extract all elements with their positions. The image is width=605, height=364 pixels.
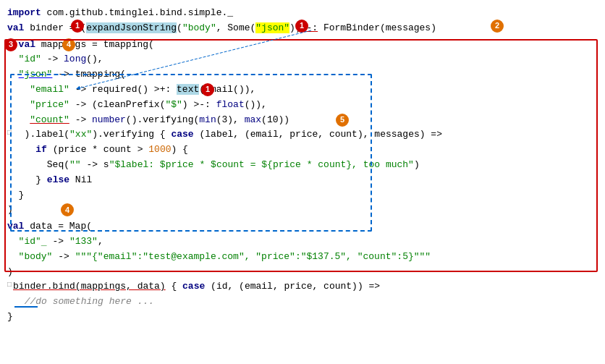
line-10: □ if (price * count > 1000) { <box>7 143 598 158</box>
badge-4-bottom: 4 <box>61 203 74 216</box>
line-5-content: "json" -> tmapping( <box>7 67 126 82</box>
line-8-content: "count" -> number().verifying(min(3), ma… <box>7 113 289 128</box>
line-20-content: //do something here ... <box>13 295 154 310</box>
line-21-content: } <box>7 310 13 325</box>
line-4: "id" -> long(), <box>7 52 598 67</box>
line-13: } <box>7 188 598 203</box>
line-8: 5 "count" -> number().verifying(min(3), … <box>7 113 598 128</box>
line-12: □ } else Nil <box>7 173 598 188</box>
badge-5: 5 <box>336 114 349 127</box>
line-3: 3 4 val mappings = tmapping( <box>7 38 598 53</box>
line-17-content: "body" -> """{"email":"test@example.com"… <box>7 250 431 265</box>
line-4-content: "id" -> long(), <box>7 52 103 67</box>
line-17: "body" -> """{"email":"test@example.com"… <box>7 250 598 265</box>
line-1-content: import com.github.tminglei.bind.simple._ <box>7 6 233 21</box>
line-2-content: val binder = (expandJsonString("body", S… <box>7 21 436 36</box>
code-area: import com.github.tminglei.bind.simple._… <box>0 0 605 331</box>
line-6: 1 "email" -> required() >+: text(email()… <box>7 82 598 98</box>
line-16: "id"̲ -> "133", <box>7 234 598 250</box>
line-21: } <box>7 310 598 325</box>
line-13-content: } <box>7 188 24 203</box>
line-19-content: binder.bind(mappings, data) { case (id, … <box>13 279 380 295</box>
line-7: "price" -> (cleanPrefix("$") >-: float()… <box>7 98 598 113</box>
fold-icon-9[interactable]: □ <box>7 127 12 139</box>
line-6-content: "email" -> required() >+: text(email()), <box>7 82 255 98</box>
line-11-content: Seq("" -> s"$label: $price * $count = ${… <box>13 158 420 173</box>
line-19: □ binder.bind(mappings, data) { case (id… <box>7 279 598 295</box>
line-3-content: val mappings = tmapping( <box>7 38 154 53</box>
line-2: 1 1 2 val binder = (expandJsonString("bo… <box>7 21 598 36</box>
line-12-content: } else Nil <box>13 173 92 188</box>
line-9-content: ).label("xx").verifying { case (label, (… <box>13 127 442 143</box>
line-5: "json" -> tmapping( <box>7 67 598 82</box>
line-20: □ //do something here ... <box>7 295 598 310</box>
fold-icon-19[interactable]: □ <box>7 279 12 291</box>
line-11: □ Seq("" -> s"$label: $price * $count = … <box>7 158 598 173</box>
badge-2-line2: 2 <box>491 20 504 33</box>
line-1: import com.github.tminglei.bind.simple._ <box>7 6 598 21</box>
line-14: 4 ) <box>7 203 598 218</box>
line-7-content: "price" -> (cleanPrefix("$") >-: float()… <box>7 98 267 113</box>
line-15: val data = Map( <box>7 219 598 234</box>
line-18: ) <box>7 265 598 280</box>
line-15-content: val data = Map( <box>7 219 92 234</box>
line-9: □ ).label("xx").verifying { case (label,… <box>7 127 598 143</box>
line-14-content: ) <box>7 203 13 218</box>
line-10-content: if (price * count > 1000) { <box>13 143 188 158</box>
line-16-content: "id"̲ -> "133", <box>7 234 103 250</box>
line-18-content: ) <box>7 265 13 280</box>
